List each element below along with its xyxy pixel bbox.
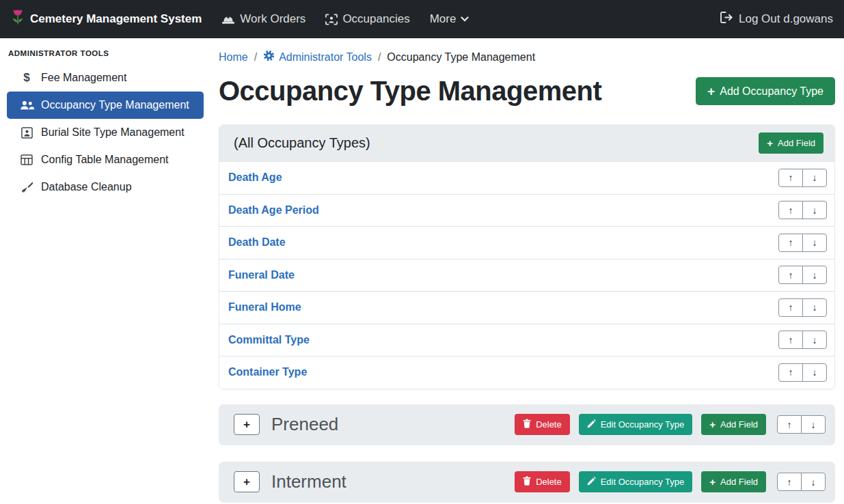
move-up-button[interactable]: ↑ (778, 298, 803, 317)
pencil-icon (587, 477, 596, 488)
field-row: Death Age ↑ ↓ (219, 161, 834, 194)
delete-button[interactable]: Delete (515, 471, 570, 492)
delete-label: Delete (536, 419, 562, 430)
add-occupancy-type-button[interactable]: + Add Occupancy Type (696, 77, 835, 105)
move-down-button[interactable]: ↓ (802, 363, 827, 382)
sidebar-item-burial-site-type-management[interactable]: Burial Site Type Management (7, 119, 204, 146)
expand-section-button[interactable]: + (234, 414, 260, 435)
plus-icon: + (707, 85, 715, 98)
add-field-button[interactable]: + Add Field (701, 414, 766, 435)
breadcrumb-current: Occupancy Type Management (387, 51, 535, 64)
field-link-container-type[interactable]: Container Type (228, 366, 307, 378)
delete-button[interactable]: Delete (515, 414, 570, 435)
trash-icon (523, 476, 531, 488)
field-row: Funeral Home ↑ ↓ (219, 291, 834, 324)
arrow-up-icon: ↑ (789, 367, 793, 377)
field-row: Death Date ↑ ↓ (219, 226, 834, 259)
arrow-up-icon: ↑ (789, 206, 793, 215)
reorder-buttons: ↑ ↓ (777, 415, 826, 434)
move-up-button[interactable]: ↑ (778, 331, 803, 349)
move-down-button[interactable]: ↓ (801, 415, 826, 434)
arrow-down-icon: ↓ (811, 477, 816, 487)
sidebar-item-label: Database Cleanup (41, 181, 132, 193)
move-up-button[interactable]: ↑ (778, 266, 803, 284)
move-down-button[interactable]: ↓ (802, 266, 827, 284)
arrow-down-icon: ↓ (811, 420, 816, 430)
plus-icon: + (243, 475, 250, 489)
all-occupancy-types-title: (All Occupancy Types) (234, 135, 370, 151)
nav-more-label: More (430, 12, 457, 26)
tulip-logo-icon (11, 8, 25, 30)
plus-icon: + (243, 418, 250, 432)
sidebar-item-database-cleanup[interactable]: Database Cleanup (7, 173, 204, 201)
field-row: Committal Type ↑ ↓ (219, 324, 834, 356)
page-title: Occupancy Type Management (219, 76, 601, 107)
move-down-button[interactable]: ↓ (802, 331, 827, 349)
arrow-down-icon: ↓ (813, 238, 817, 247)
nav-work-orders-label: Work Orders (240, 12, 305, 26)
move-up-button[interactable]: ↑ (778, 363, 803, 382)
arrow-up-icon: ↑ (789, 303, 793, 312)
plus-icon: + (767, 138, 773, 148)
expand-section-button[interactable]: + (234, 471, 260, 492)
move-down-button[interactable]: ↓ (802, 234, 827, 252)
nav-occupancies-label: Occupancies (342, 12, 409, 26)
edit-occupancy-type-label: Edit Occupancy Type (601, 419, 685, 430)
sidebar-item-occupancy-type-management[interactable]: Occupancy Type Management (7, 92, 204, 119)
person-bounding-box-icon (325, 14, 338, 25)
field-link-committal-type[interactable]: Committal Type (228, 334, 310, 346)
move-up-button[interactable]: ↑ (778, 234, 803, 252)
move-down-button[interactable]: ↓ (801, 473, 826, 491)
app-title: Cemetery Management System (30, 12, 202, 26)
move-up-button[interactable]: ↑ (777, 415, 802, 434)
app-brand[interactable]: Cemetery Management System (11, 8, 202, 30)
nav-work-orders[interactable]: Work Orders (221, 12, 305, 26)
field-link-death-age-period[interactable]: Death Age Period (228, 204, 319, 216)
section-actions: Delete Edit Occupancy Type + Add Field (515, 471, 826, 492)
sidebar-item-label: Fee Management (41, 72, 126, 84)
broom-icon (19, 182, 34, 193)
gear-icon (263, 50, 275, 64)
sidebar-item-fee-management[interactable]: $ Fee Management (7, 64, 204, 92)
section-title: Interment (271, 471, 515, 492)
add-field-button[interactable]: + Add Field (701, 471, 766, 492)
sidebar-item-label: Occupancy Type Management (41, 99, 189, 111)
sidebar-item-label: Burial Site Type Management (41, 126, 185, 139)
sidebar: Administrator Tools $ Fee Management Occ… (0, 38, 210, 504)
add-field-label: Add Field (720, 477, 758, 487)
occupancy-type-section-interment: + Interment Delete (219, 462, 835, 503)
arrow-down-icon: ↓ (813, 173, 817, 182)
arrow-down-icon: ↓ (813, 206, 817, 215)
plus-icon: + (709, 477, 716, 487)
section-actions: Delete Edit Occupancy Type + Add Field (515, 414, 826, 435)
nav-more[interactable]: More (430, 12, 469, 26)
users-icon (19, 100, 34, 111)
field-link-death-age[interactable]: Death Age (228, 171, 282, 184)
sidebar-heading: Administrator Tools (8, 49, 210, 57)
edit-occupancy-type-button[interactable]: Edit Occupancy Type (579, 471, 693, 492)
field-link-death-date[interactable]: Death Date (228, 236, 286, 249)
field-link-funeral-home[interactable]: Funeral Home (228, 301, 301, 313)
arrow-down-icon: ↓ (813, 303, 817, 312)
add-field-button[interactable]: + Add Field (759, 132, 823, 154)
nav-occupancies[interactable]: Occupancies (325, 12, 409, 26)
pencil-icon (587, 419, 596, 430)
reorder-buttons: ↑ ↓ (778, 363, 827, 382)
move-up-button[interactable]: ↑ (778, 169, 803, 187)
move-up-button[interactable]: ↑ (777, 473, 802, 491)
field-link-funeral-date[interactable]: Funeral Date (228, 269, 295, 281)
move-down-button[interactable]: ↓ (802, 169, 827, 187)
move-up-button[interactable]: ↑ (778, 201, 803, 219)
breadcrumb-home-link[interactable]: Home (219, 51, 248, 64)
delete-label: Delete (536, 477, 562, 487)
edit-occupancy-type-label: Edit Occupancy Type (601, 477, 685, 487)
move-down-button[interactable]: ↓ (802, 298, 827, 317)
logout-button[interactable]: Log Out d.gowans (720, 12, 833, 27)
edit-occupancy-type-button[interactable]: Edit Occupancy Type (579, 414, 693, 435)
arrow-down-icon: ↓ (813, 335, 817, 345)
arrow-up-icon: ↑ (789, 270, 793, 280)
sidebar-item-config-table-management[interactable]: Config Table Management (7, 146, 204, 173)
breadcrumb-admin-tools-link[interactable]: Administrator Tools (263, 50, 372, 64)
move-down-button[interactable]: ↓ (802, 201, 827, 219)
arrow-up-icon: ↑ (787, 477, 792, 487)
